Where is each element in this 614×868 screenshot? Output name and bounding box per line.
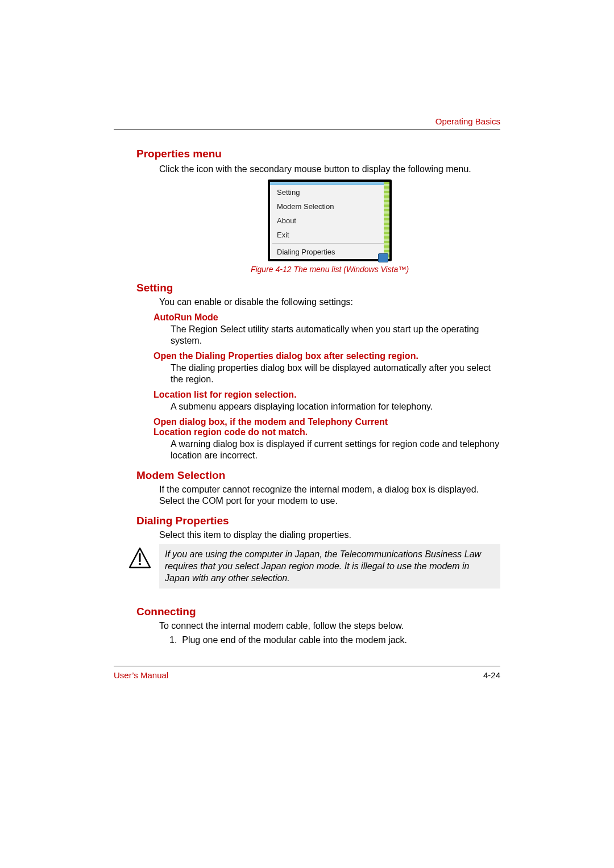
manual-page: Operating Basics Properties menu Click t… bbox=[0, 0, 614, 868]
heading-autorun-mode: AutoRun Mode bbox=[154, 312, 500, 323]
menu-item-modem-selection[interactable]: Modem Selection bbox=[270, 199, 389, 214]
figure-container: Setting Modem Selection About Exit Diali… bbox=[159, 180, 500, 274]
warning-text: If you are using the computer in Japan, … bbox=[165, 549, 481, 583]
heading-open-dialing: Open the Dialing Properties dialog box a… bbox=[154, 351, 500, 361]
menu-divider bbox=[272, 243, 387, 244]
heading-modem-selection: Modem Selection bbox=[136, 469, 500, 482]
heading-mismatch-line1: Open dialog box, if the modem and Teleph… bbox=[154, 417, 500, 427]
warning-icon bbox=[128, 546, 151, 569]
connecting-step-1: 1. Plug one end of the modular cable int… bbox=[169, 635, 500, 645]
setting-intro: You can enable or disable the following … bbox=[159, 297, 500, 308]
svg-point-2 bbox=[139, 563, 141, 565]
menu-item-about[interactable]: About bbox=[270, 214, 389, 228]
dialing-properties-body: Select this item to display the dialing … bbox=[159, 529, 500, 541]
step-text: Plug one end of the modular cable into t… bbox=[182, 635, 407, 645]
heading-mismatch-line2: Location region code do not match. bbox=[154, 427, 500, 437]
connecting-intro: To connect the internal modem cable, fol… bbox=[159, 620, 500, 632]
location-list-body: A submenu appears displaying location in… bbox=[171, 401, 500, 412]
header-rule bbox=[114, 130, 500, 130]
heading-properties-menu: Properties menu bbox=[136, 148, 500, 160]
step-number: 1. bbox=[169, 635, 177, 645]
mismatch-body: A warning dialog box is displayed if cur… bbox=[171, 439, 500, 461]
footer-page-number: 4-24 bbox=[483, 670, 500, 680]
menu-item-exit[interactable]: Exit bbox=[270, 228, 389, 242]
heading-dialing-properties: Dialing Properties bbox=[136, 515, 500, 527]
page-content: Properties menu Click the icon with the … bbox=[136, 142, 500, 646]
footer-manual-label: User’s Manual bbox=[114, 670, 168, 680]
open-dialing-body: The dialing properties dialog box will b… bbox=[171, 362, 500, 385]
figure-caption: Figure 4-12 The menu list (Windows Vista… bbox=[159, 265, 500, 274]
warning-callout: If you are using the computer in Japan, … bbox=[159, 544, 500, 589]
heading-setting: Setting bbox=[136, 282, 500, 294]
modem-selection-body: If the computer cannot recognize the int… bbox=[159, 484, 500, 507]
heading-location-list: Location list for region selection. bbox=[154, 390, 500, 400]
footer-rule bbox=[114, 666, 500, 666]
menu-item-setting[interactable]: Setting bbox=[270, 185, 389, 199]
context-menu-screenshot: Setting Modem Selection About Exit Diali… bbox=[268, 180, 392, 261]
properties-menu-intro: Click the icon with the secondary mouse … bbox=[159, 164, 500, 175]
autorun-body: The Region Select utility starts automat… bbox=[171, 324, 500, 347]
menu-item-dialing-properties[interactable]: Dialing Properties bbox=[270, 245, 389, 259]
tray-icon bbox=[378, 253, 388, 262]
context-menu: Setting Modem Selection About Exit Diali… bbox=[270, 185, 389, 259]
header-section-label: Operating Basics bbox=[435, 116, 500, 126]
heading-connecting: Connecting bbox=[136, 606, 500, 618]
taskbar-stripe bbox=[384, 182, 389, 259]
